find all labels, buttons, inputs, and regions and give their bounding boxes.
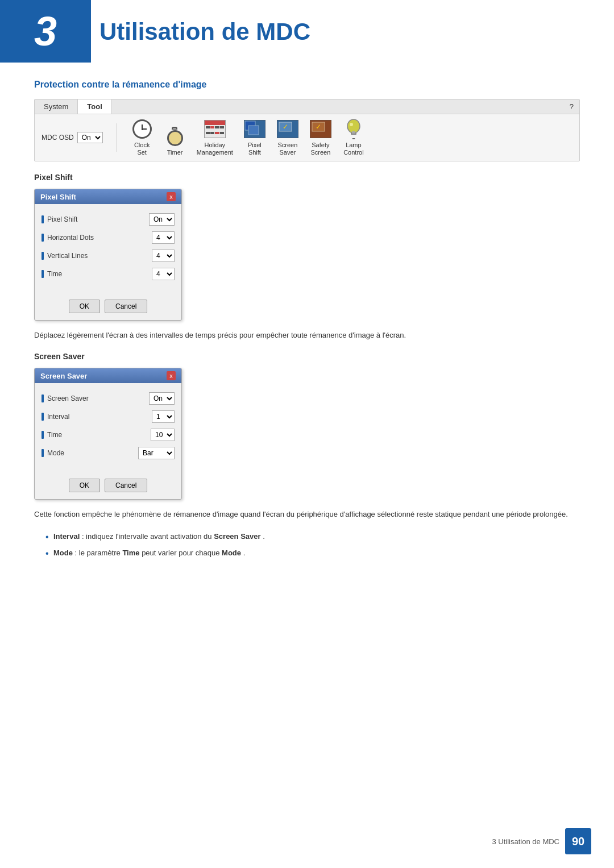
row-indicator <box>42 431 44 439</box>
page-title: Utilisation de MDC <box>99 18 310 45</box>
screen-saver-dialog-title: Screen Saver <box>40 372 87 380</box>
pixel-shift-field-label: Pixel Shift <box>47 215 77 223</box>
ss-screen-saver-dropdown[interactable]: OnOff <box>149 392 175 405</box>
time-control[interactable]: 4123 <box>152 268 175 280</box>
vertical-lines-field-label: Vertical Lines <box>47 252 88 260</box>
ss-interval-field-label: Interval <box>47 413 69 421</box>
ss-mode-dropdown[interactable]: BarEraserPixel <box>138 447 175 459</box>
ss-mode-control[interactable]: BarEraserPixel <box>138 447 175 459</box>
main-content: Protection contre la rémanence d'image S… <box>34 80 580 568</box>
pixel-shift-cancel-button[interactable]: Cancel <box>105 300 147 313</box>
pixel-shift-dialog-title: Pixel Shift <box>40 193 76 201</box>
horizontal-dots-control[interactable]: 4123 <box>152 231 175 244</box>
screen-saver-ok-button[interactable]: OK <box>69 479 100 492</box>
holiday-label: HolidayManagement <box>197 142 233 156</box>
toolbar-safety-screen[interactable]: ✓ SafetyScreen <box>309 119 332 156</box>
row-indicator <box>42 270 44 278</box>
timer-icon <box>167 127 184 146</box>
ss-interval-row: Interval 123 <box>42 410 175 423</box>
ss-screen-saver-control[interactable]: OnOff <box>149 392 175 405</box>
screen-saver-dialog-footer: OK Cancel <box>35 474 181 499</box>
toolbar-pixel-shift[interactable]: PixelShift <box>243 119 266 156</box>
row-indicator <box>42 252 44 260</box>
tab-tool[interactable]: Tool <box>78 99 111 114</box>
time-dropdown[interactable]: 4123 <box>152 268 175 280</box>
timer-top <box>172 127 177 130</box>
pixel-shift-row-control[interactable]: OnOff <box>149 213 175 226</box>
ss-interval-control[interactable]: 123 <box>152 410 175 423</box>
tab-system[interactable]: System <box>35 99 78 114</box>
pixel-shift-label: PixelShift <box>248 142 262 156</box>
holiday-cell <box>210 126 214 128</box>
svg-point-12 <box>350 123 353 126</box>
clock-set-icon-container <box>131 119 154 139</box>
chapter-number-block: 3 <box>0 0 91 63</box>
toolbar-screen-saver[interactable]: ✓ ScreenSaver <box>276 119 299 156</box>
horizontal-dots-dropdown[interactable]: 4123 <box>152 231 175 244</box>
screen-saver-dialog-body: Screen Saver OnOff Interval 123 <box>35 383 181 474</box>
ss-interval-label: Interval <box>42 413 69 421</box>
ss-screen-saver-row: Screen Saver OnOff <box>42 392 175 405</box>
toolbar-lamp-control[interactable]: LampControl <box>342 119 365 156</box>
screen-saver-bold-label: Screen Saver <box>214 532 260 541</box>
lamp-control-icon-container <box>342 119 365 139</box>
help-button[interactable]: ? <box>564 99 579 114</box>
time-bold-label: Time <box>122 549 139 557</box>
holiday-cell <box>215 132 219 134</box>
holiday-icon <box>204 120 226 138</box>
holiday-cell <box>220 126 224 128</box>
toolbar-clock-set[interactable]: ClockSet <box>131 119 154 156</box>
pixel-shift-dialog: Pixel Shift x Pixel Shift OnOff <box>34 189 182 321</box>
screen-saver-close-button[interactable]: x <box>167 371 176 380</box>
clock-icon <box>132 119 152 139</box>
ss-time-dropdown[interactable]: 1051520 <box>151 429 175 441</box>
pixel-shift-dropdown[interactable]: OnOff <box>149 213 175 226</box>
lamp-control-label: LampControl <box>343 142 363 156</box>
lamp-icon <box>344 119 363 139</box>
ss-time-label: Time <box>42 431 62 439</box>
holiday-cell <box>206 132 210 134</box>
ss-time-row: Time 1051520 <box>42 429 175 441</box>
mode-bold-label: Mode <box>53 549 73 557</box>
pixel-shift-subsection-label: Pixel Shift <box>34 173 580 182</box>
ss-interval-dropdown[interactable]: 123 <box>152 410 175 423</box>
time-row: Time 4123 <box>42 268 175 280</box>
mdc-osd-label: MDC OSD <box>42 134 74 142</box>
timer-circle <box>167 130 183 146</box>
pixel-shift-ok-button[interactable]: OK <box>69 300 100 313</box>
toolbar-timer[interactable]: Timer <box>164 126 186 156</box>
svg-point-11 <box>347 119 360 133</box>
vertical-lines-row: Vertical Lines 4123 <box>42 250 175 262</box>
time-label: Time <box>42 270 62 278</box>
interval-period: . <box>263 532 265 541</box>
holiday-header <box>205 121 225 125</box>
mode-text2: peut varier pour chaque <box>142 549 222 557</box>
pixel-shift-dialog-titlebar: Pixel Shift x <box>35 189 181 204</box>
row-indicator <box>42 413 44 421</box>
holiday-cell <box>215 126 219 128</box>
pixel-shift-close-button[interactable]: x <box>167 192 176 201</box>
svg-text:✓: ✓ <box>316 123 321 131</box>
holiday-cell <box>206 126 210 128</box>
vertical-lines-control[interactable]: 4123 <box>152 250 175 262</box>
safety-screen-label: SafetyScreen <box>310 142 330 156</box>
toolbar-holiday[interactable]: HolidayManagement <box>197 119 233 156</box>
row-indicator <box>42 449 44 457</box>
screen-saver-cancel-button[interactable]: Cancel <box>105 479 147 492</box>
page-number-badge: 90 <box>565 828 591 854</box>
horizontal-dots-row: Horizontal Dots 4123 <box>42 231 175 244</box>
vertical-lines-label: Vertical Lines <box>42 252 88 260</box>
screen-saver-description: Cette fonction empêche le phénomène de r… <box>34 509 580 521</box>
vertical-lines-dropdown[interactable]: 4123 <box>152 250 175 262</box>
holiday-icon-container <box>204 119 226 139</box>
pixel-shift-row-label: Pixel Shift <box>42 215 77 223</box>
clock-set-label: ClockSet <box>134 142 150 156</box>
toolbar-content: MDC OSD On Off ClockSet <box>35 114 579 161</box>
screen-saver-subsection-label: Screen Saver <box>34 352 580 361</box>
ss-time-control[interactable]: 1051520 <box>151 429 175 441</box>
timer-label: Timer <box>167 149 183 156</box>
page-footer: 3 Utilisation de MDC 90 <box>492 828 592 854</box>
interval-bold-label: Interval <box>53 532 80 541</box>
safety-screen-icon-container: ✓ <box>309 119 332 139</box>
mdc-osd-dropdown[interactable]: On Off <box>77 132 103 143</box>
